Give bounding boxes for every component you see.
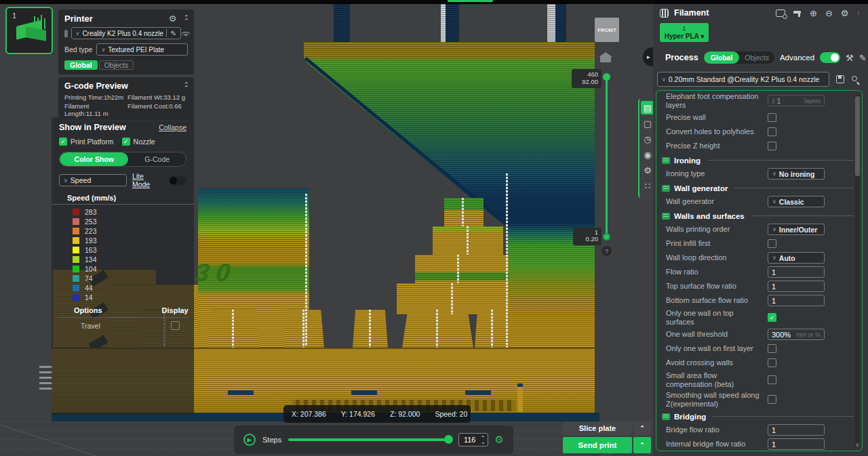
- advanced-label: Advanced: [780, 54, 814, 62]
- legend-row: 104: [59, 264, 186, 274]
- filament-collapse-icon[interactable]: ↕: [857, 9, 861, 16]
- setting-input[interactable]: 1: [768, 281, 825, 292]
- edit-pencil-icon[interactable]: ✎: [166, 29, 176, 37]
- right-panel: Filament ⊕ ⊖ ⚙ ↕ 1 Hyper PLA ▾ Process G…: [653, 4, 868, 456]
- options-row: Travel: [59, 321, 186, 330]
- setting-select[interactable]: ∨Inner/Outer: [768, 224, 825, 235]
- paint-tools-icon[interactable]: ⚒: [846, 54, 854, 62]
- setting-select[interactable]: ∨Auto: [768, 252, 825, 264]
- steps-slider[interactable]: [288, 438, 451, 441]
- process-tab-objects[interactable]: Objects: [739, 54, 774, 62]
- checkbox[interactable]: [768, 142, 776, 150]
- play-button[interactable]: ▶: [243, 434, 256, 446]
- steps-value-spinner[interactable]: 116 ⌃⌃: [458, 433, 488, 447]
- home-view-icon[interactable]: [600, 51, 611, 62]
- checkbox[interactable]: [768, 127, 776, 136]
- layer-slider-top-handle[interactable]: [603, 73, 610, 81]
- filament-chip[interactable]: 1 Hyper PLA ▾: [660, 23, 709, 42]
- remove-filament-icon[interactable]: ⊖: [825, 9, 833, 18]
- checkbox[interactable]: [171, 321, 180, 330]
- slice-options-caret[interactable]: ⌃: [633, 421, 651, 435]
- tuning-wrench-icon[interactable]: ✎: [859, 54, 867, 62]
- scroll-down-arrow-icon[interactable]: ∨: [855, 442, 860, 448]
- collapsed-toolbar-indicator[interactable]: [448, 0, 493, 2]
- bed-type-select[interactable]: ∨ Textured PEI Plate: [96, 43, 188, 56]
- legend-row: 134: [59, 255, 186, 264]
- layer-range-slider[interactable]: [606, 77, 608, 237]
- steps-slider-knob[interactable]: [444, 435, 453, 444]
- device-manager-icon[interactable]: [776, 9, 785, 17]
- legend-value: 223: [85, 227, 97, 235]
- setting-spinner[interactable]: ∧ ∨1layers: [768, 95, 825, 106]
- process-preset-select[interactable]: ∨ 0.20mm Standard @Creality K2 Plus 0.4 …: [657, 72, 829, 87]
- add-filament-icon[interactable]: ⊕: [810, 9, 817, 18]
- setting-input[interactable]: 300%mm or %: [768, 329, 825, 340]
- legend-value: 253: [85, 217, 97, 226]
- checkbox[interactable]: [768, 375, 776, 384]
- settings-scrollbar-track[interactable]: ∨: [855, 95, 860, 447]
- gear-circle-tool-icon[interactable]: ⚙: [641, 163, 653, 177]
- setting-select[interactable]: ∨Classic: [768, 196, 825, 207]
- checkbox[interactable]: ✓: [768, 313, 776, 322]
- lite-mode-label[interactable]: Lite Mode: [132, 172, 163, 188]
- select-area-tool-icon[interactable]: ▢: [641, 117, 653, 130]
- tab-gcode[interactable]: G-Code: [128, 152, 186, 166]
- checkbox[interactable]: ✓: [122, 138, 130, 146]
- lite-mode-toggle[interactable]: [169, 176, 186, 185]
- tab-color-show[interactable]: Color Show: [60, 152, 128, 166]
- send-options-caret[interactable]: ⌃: [633, 437, 651, 453]
- checkbox[interactable]: [768, 358, 776, 367]
- checkbox[interactable]: [768, 113, 776, 122]
- setting-input[interactable]: 1: [768, 295, 825, 306]
- advanced-toggle[interactable]: [820, 52, 840, 63]
- collapse-link[interactable]: Collapse: [159, 123, 186, 131]
- collapse-chevrons-icon[interactable]: ⌃⌃: [183, 83, 188, 89]
- checkbox[interactable]: ✓: [59, 138, 67, 146]
- spinner-arrows-icon[interactable]: ∧ ∨: [772, 98, 774, 104]
- apps-grid-tool-icon[interactable]: ∷: [641, 179, 653, 192]
- setting-control: [768, 358, 826, 367]
- setting-label: Top surface flow ratio: [666, 282, 768, 291]
- search-settings-icon[interactable]: [851, 75, 860, 84]
- printer-preset-select[interactable]: ∨ Creality K2 Plus 0.4 nozzle ✎: [71, 27, 181, 39]
- speedometer-tool-icon[interactable]: ◷: [641, 132, 653, 146]
- legend-color-chip: [73, 228, 79, 234]
- preview-toggle-label: Print Platform: [71, 138, 114, 146]
- settings-scrollbar-thumb[interactable]: [855, 96, 860, 176]
- filament-settings-gear-icon[interactable]: ⚙: [841, 9, 849, 18]
- setting-control: ✓: [768, 313, 826, 322]
- save-preset-icon[interactable]: [836, 75, 844, 83]
- layers-preview-tool-icon[interactable]: ▤: [641, 101, 653, 115]
- color-scheme-select[interactable]: ∨Speed: [59, 174, 127, 186]
- legend-color-chip: [73, 237, 79, 244]
- slice-plate-button[interactable]: Slice plate: [563, 421, 632, 435]
- faucet-icon[interactable]: [793, 9, 802, 17]
- setting-label: Print infill first: [666, 239, 768, 248]
- checkbox[interactable]: [768, 395, 776, 404]
- layer-slider-bottom-handle[interactable]: [603, 233, 610, 241]
- process-tab-global[interactable]: Global: [704, 51, 740, 64]
- send-print-button[interactable]: Send print: [563, 437, 632, 453]
- setting-select[interactable]: ∨No ironing: [768, 168, 825, 180]
- wifi-icon[interactable]: [184, 30, 188, 37]
- gear-icon[interactable]: ⚙: [169, 14, 177, 24]
- radar-dish-tool-icon[interactable]: ◉: [641, 148, 653, 161]
- view-cube-front[interactable]: FRONT: [595, 18, 619, 42]
- chevron-down-icon: ∨: [772, 171, 776, 177]
- tab-global[interactable]: Global: [64, 60, 98, 70]
- help-icon[interactable]: ?: [601, 246, 612, 256]
- right-panel-collapse-handle[interactable]: ▸: [643, 47, 653, 66]
- tab-objects[interactable]: Objects: [99, 60, 134, 70]
- setting-control: ∨Classic: [768, 196, 826, 207]
- checkbox[interactable]: [768, 239, 776, 248]
- legend-settings-gear-icon[interactable]: ⚙: [495, 434, 504, 446]
- setting-input[interactable]: 1: [768, 266, 825, 278]
- setting-input[interactable]: 1: [768, 424, 825, 436]
- input-value: 1: [772, 268, 776, 276]
- 3d-viewport[interactable]: 30: [0, 4, 653, 456]
- plate-thumbnail[interactable]: 1: [5, 7, 53, 54]
- setting-input[interactable]: 1: [768, 438, 825, 450]
- checkbox[interactable]: [768, 344, 776, 353]
- collapse-chevrons-icon[interactable]: ⌃⌃: [183, 16, 188, 22]
- process-header: Process Global Objects Advanced ⚒ ✎: [653, 42, 868, 64]
